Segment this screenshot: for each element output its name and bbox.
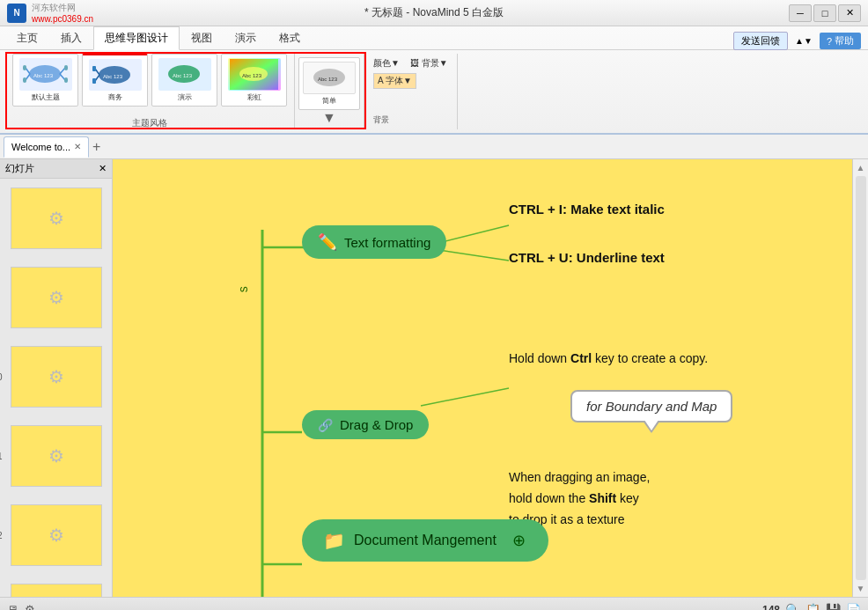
tab-home[interactable]: 主页 — [5, 26, 49, 49]
theme-default-label: 默认主题 — [32, 92, 60, 102]
svg-rect-8 — [64, 77, 68, 83]
statusbar-right: 148 🔍 📋 💾 📄 — [762, 603, 861, 611]
left-branch-label: s — [233, 286, 253, 292]
slide-item-8[interactable]: 8 ⚙ — [11, 182, 102, 254]
drag-line2: hold down the Shift key — [509, 489, 650, 510]
canvas-area: ✏️ Text formatting CTRL + I: Make text i… — [113, 159, 852, 597]
theme-default[interactable]: Abc 123 默认主题 — [12, 54, 78, 107]
callout-text: for Boundary and Map — [586, 399, 717, 414]
tab-view[interactable]: 视图 — [180, 26, 224, 49]
font-color-btn[interactable]: A 字体▼ — [373, 73, 416, 89]
slide-num-10: 10 — [0, 372, 3, 382]
svg-rect-3 — [23, 65, 26, 70]
scroll-thumb[interactable] — [856, 176, 866, 580]
slide-panel-header: 幻灯片 ✕ — [0, 159, 112, 179]
hold-ctrl-desc: Hold down Ctrl key to create a copy. — [509, 351, 708, 365]
slide-panel: 幻灯片 ✕ 8 ⚙ 9 ⚙ 10 ⚙ 11 ⚙ — [0, 159, 113, 597]
dragdrop-icon: 🔗 — [318, 418, 333, 432]
scroll-up-arrow[interactable]: ▲ — [857, 163, 865, 173]
drag-line1: When dragging an image, — [509, 467, 650, 489]
theme-rainbow-icon: Abc 123 — [228, 58, 281, 91]
maximize-button[interactable]: □ — [813, 4, 836, 22]
close-button[interactable]: ✕ — [838, 4, 861, 22]
send-feedback-button[interactable]: 发送回馈 — [733, 32, 788, 50]
slide-panel-close[interactable]: ✕ — [99, 163, 107, 174]
slide-item-9[interactable]: 9 ⚙ — [11, 261, 102, 334]
scroll-down-arrow[interactable]: ▼ — [857, 584, 865, 593]
callout-bubble: for Boundary and Map — [570, 390, 732, 423]
app-logo: N — [7, 4, 26, 23]
theme-section-label: 主题风格 — [132, 114, 167, 129]
status-icon-1: 🔍 — [785, 603, 800, 611]
color-label: 颜色▼ — [373, 57, 400, 70]
theme-simple[interactable]: Abc 123 简单 — [298, 57, 360, 110]
slide-item-10[interactable]: 10 ⚙ — [11, 341, 102, 413]
font-row: A 字体▼ — [373, 73, 448, 89]
toolbar-right: 发送回馈 ▲▼ ? 帮助 — [733, 32, 861, 50]
minimize-button[interactable]: ─ — [789, 4, 812, 22]
ribbon: 主页 插入 思维导图设计 视图 演示 格式 发送回馈 ▲▼ ? 帮助 — [0, 26, 868, 135]
slide-item-13[interactable]: 13 ⚙ — [11, 578, 102, 597]
slide-thumb-11[interactable]: ⚙ — [11, 425, 102, 487]
drag-drop-node[interactable]: 🔗 Drag & Drop — [302, 410, 429, 439]
slide-thumb-8[interactable]: ⚙ — [11, 187, 102, 249]
slide-thumb-10[interactable]: ⚙ — [11, 346, 102, 408]
status-icon-3: 💾 — [826, 603, 841, 611]
gear-icon-8: ⚙ — [48, 208, 64, 229]
slide-item-11[interactable]: 11 ⚙ — [11, 420, 102, 492]
tab-add-button[interactable]: + — [92, 139, 100, 155]
ribbon-tab-bar: 主页 插入 思维导图设计 视图 演示 格式 发送回馈 ▲▼ ? 帮助 — [0, 26, 868, 50]
svg-rect-4 — [23, 77, 26, 83]
color-section: 颜色▼ 🖼 背景▼ A 字体▼ 背景 — [364, 54, 458, 129]
branch-s-label: s — [236, 286, 250, 292]
status-bar: 🖥 ⚙ 148 🔍 📋 💾 📄 — [0, 597, 868, 610]
svg-rect-14 — [92, 78, 96, 84]
tab-format[interactable]: 格式 — [268, 26, 312, 49]
background-section-label: 背景 — [373, 114, 448, 126]
ribbon-content: Abc 123 默认主题 Abc 123 — [0, 50, 868, 133]
ctrl-u-keys: CTRL + U: — [509, 250, 573, 265]
right-scroll-panel: ▲ ▼ — [852, 159, 868, 597]
status-number: 148 — [762, 604, 780, 611]
text-formatting-node[interactable]: ✏️ Text formatting — [302, 225, 446, 259]
theme-business[interactable]: Abc 123 商务 — [82, 54, 148, 107]
theme-present[interactable]: Abc 123 演示 — [151, 54, 217, 107]
svg-line-35 — [421, 388, 509, 406]
gear-icon-12: ⚙ — [48, 525, 64, 546]
theme-simple-label: 简单 — [322, 96, 336, 106]
document-add-icon[interactable]: ⊕ — [512, 531, 526, 550]
slide-thumb-9[interactable]: ⚙ — [11, 267, 102, 328]
slide-thumb-13[interactable]: ⚙ — [11, 584, 102, 597]
title-left: N 河东软件网www.pc0369.cn — [7, 2, 93, 24]
slide-content-10: ⚙ — [11, 347, 101, 407]
tab-present[interactable]: 演示 — [224, 26, 268, 49]
document-node[interactable]: 📁 Document Mangement ⊕ — [302, 519, 548, 562]
tab-welcome[interactable]: Welcome to... ✕ — [4, 136, 89, 158]
tab-welcome-close[interactable]: ✕ — [74, 142, 81, 151]
pencil-icon: ✏️ — [318, 232, 337, 252]
gear-icon-10: ⚙ — [48, 366, 64, 387]
theme-rainbow-label: 彩虹 — [247, 92, 261, 102]
svg-text:Abc 123: Abc 123 — [33, 73, 54, 78]
logo-box: N — [7, 4, 26, 23]
status-icon-2: 📋 — [805, 603, 820, 611]
main-layout: 幻灯片 ✕ 8 ⚙ 9 ⚙ 10 ⚙ 11 ⚙ — [0, 159, 868, 597]
window-controls[interactable]: ─ □ ✕ — [789, 4, 861, 22]
slide-content-9: ⚙ — [11, 268, 101, 327]
help-button[interactable]: ? 帮助 — [820, 33, 861, 49]
slide-item-12[interactable]: 12 ⚙ — [11, 499, 102, 571]
slide-thumb-12[interactable]: ⚙ — [11, 504, 102, 566]
tab-mindmap-design[interactable]: 思维导图设计 — [93, 26, 180, 50]
watermark-text: 河东软件网www.pc0369.cn — [32, 2, 93, 24]
tab-insert[interactable]: 插入 — [49, 26, 93, 49]
gear-icon: ⚙ — [25, 603, 35, 610]
slide-panel-title: 幻灯片 — [5, 162, 34, 175]
theme-rainbow[interactable]: Abc 123 彩虹 — [221, 54, 287, 107]
hold-ctrl-text: Hold down Ctrl key to create a copy. — [509, 349, 708, 368]
ctrl-i-text: CTRL + I: Make text italic — [509, 199, 665, 220]
document-icon: 📁 — [323, 530, 345, 551]
slide-content-12: ⚙ — [11, 505, 101, 565]
slide-num-12: 12 — [0, 531, 3, 540]
background-label: 🖼 背景▼ — [410, 57, 448, 70]
theme-scroll-down[interactable]: ▼ — [298, 110, 360, 126]
